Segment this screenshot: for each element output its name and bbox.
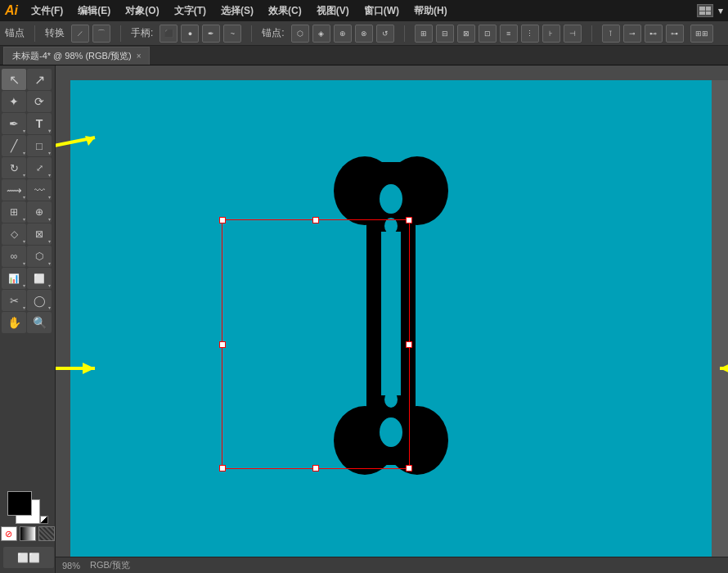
- arrow-indicator-top: [56, 129, 111, 170]
- handle-bl[interactable]: [219, 465, 226, 471]
- tab-close[interactable]: ×: [137, 52, 142, 61]
- menu-view[interactable]: 视图(V): [313, 2, 353, 20]
- free-transform-tool[interactable]: ⊞▾: [2, 201, 26, 223]
- scale-tool[interactable]: ⤢▾: [27, 157, 52, 178]
- symbol-tool[interactable]: ⬡▾: [27, 246, 52, 267]
- handle-label: 手柄:: [131, 26, 153, 40]
- left-toolbar: ↖ ↗ ✦ ⟳ ✒▾ T▾ ╱▾ □▾ ↻▾ ⤢▾ ⟿▾ 〰▾ ⊞▾ ⊕▾: [0, 65, 56, 573]
- mesh-tool[interactable]: ⊠▾: [27, 223, 52, 245]
- tool-row-3: ✒▾ T▾: [2, 113, 53, 134]
- menu-text[interactable]: 文字(T): [171, 2, 209, 20]
- warp-tool[interactable]: 〰▾: [27, 179, 52, 201]
- arrow-indicator-left: [56, 352, 111, 385]
- menu-edit[interactable]: 编辑(E): [74, 2, 114, 20]
- menu-effect[interactable]: 效果(C): [265, 2, 305, 20]
- svg-marker-19: [83, 363, 95, 374]
- distrib-btn-2[interactable]: ⊸: [623, 25, 641, 43]
- artboard-tool[interactable]: ⬜▾: [27, 268, 52, 289]
- svg-point-14: [384, 218, 398, 234]
- handle-ml[interactable]: [219, 341, 226, 348]
- bone-illustration: [260, 121, 522, 517]
- zoom-tool[interactable]: 🔍: [27, 312, 52, 333]
- title-bar: Ai 文件(F) 编辑(E) 对象(O) 文字(T) 选择(S) 效果(C) 视…: [0, 0, 728, 21]
- distrib-btn-3[interactable]: ⊷: [645, 25, 663, 43]
- eraser-tool[interactable]: ◯▾: [27, 290, 52, 311]
- slice-tool[interactable]: ✂▾: [2, 290, 26, 311]
- foreground-color-swatch[interactable]: [7, 491, 32, 516]
- none-color-btn[interactable]: ⊘: [1, 526, 17, 541]
- anchor-btn-2[interactable]: ◈: [312, 25, 330, 43]
- align-btn-8[interactable]: ⊣: [564, 25, 582, 43]
- swap-colors[interactable]: [40, 516, 48, 524]
- handle-btn-1[interactable]: ⬛: [160, 25, 178, 43]
- perspective-tool[interactable]: ◇▾: [2, 223, 26, 245]
- align-btn-2[interactable]: ⊟: [436, 25, 454, 43]
- type-tool[interactable]: T▾: [27, 113, 52, 134]
- anchor-btn-1[interactable]: ⬡: [291, 25, 309, 43]
- main-area: ↖ ↗ ✦ ⟳ ✒▾ T▾ ╱▾ □▾ ↻▾ ⤢▾ ⟿▾ 〰▾ ⊞▾ ⊕▾: [0, 65, 728, 573]
- selection-tool[interactable]: ↖: [2, 69, 26, 90]
- transform-btn-2[interactable]: ⌒: [92, 25, 110, 43]
- tool-row-9: ∞▾ ⬡▾: [2, 246, 53, 267]
- align-btn-4[interactable]: ⊡: [479, 25, 497, 43]
- blend-tool[interactable]: ∞▾: [2, 246, 26, 267]
- align-btn-3[interactable]: ⊠: [457, 25, 475, 43]
- tab-bar: 未标题-4* @ 98% (RGB/预览) ×: [0, 46, 728, 65]
- color-area: ⊘: [2, 488, 53, 544]
- pen-tool[interactable]: ✒▾: [2, 113, 26, 134]
- tool-row-2: ✦ ⟳: [2, 91, 53, 112]
- menu-bar[interactable]: 文件(F) 编辑(E) 对象(O) 文字(T) 选择(S) 效果(C) 视图(V…: [28, 2, 451, 20]
- menu-object[interactable]: 对象(O): [122, 2, 162, 20]
- tool-row-5: ↻▾ ⤢▾: [2, 157, 53, 178]
- width-tool[interactable]: ⟿▾: [2, 179, 26, 201]
- graph-tool[interactable]: 📊▾: [2, 268, 26, 289]
- gradient-btn[interactable]: [20, 526, 36, 541]
- svg-rect-0: [56, 65, 728, 80]
- rotate-tool[interactable]: ↻▾: [2, 157, 26, 178]
- change-screen-btn[interactable]: ⬜⬜: [3, 547, 54, 568]
- transform-btn-1[interactable]: ⟋: [71, 25, 89, 43]
- menu-window[interactable]: 窗口(W): [361, 2, 402, 20]
- canvas-area[interactable]: // rendered via JS below: [56, 65, 728, 573]
- transform-label: 转换: [45, 26, 65, 40]
- align-btn-7[interactable]: ⊦: [542, 25, 560, 43]
- svg-marker-21: [720, 363, 728, 374]
- shape-builder-tool[interactable]: ⊕▾: [27, 201, 52, 223]
- pattern-btn[interactable]: [38, 526, 55, 541]
- rectangle-tool[interactable]: □▾: [27, 135, 52, 156]
- handle-group: ⬛ ● ✒ ~: [160, 25, 241, 43]
- anchor-btn-3[interactable]: ⊕: [334, 25, 352, 43]
- distrib-btn-1[interactable]: ⊺: [602, 25, 620, 43]
- align-btn-6[interactable]: ⋮: [521, 25, 539, 43]
- bone-svg: [260, 121, 522, 514]
- bone-shape: [334, 156, 448, 475]
- menu-select[interactable]: 选择(S): [218, 2, 257, 20]
- magic-wand-tool[interactable]: ✦: [2, 91, 26, 112]
- menu-file[interactable]: 文件(F): [28, 2, 66, 20]
- distrib-btn-4[interactable]: ⊶: [666, 25, 684, 43]
- search-btn[interactable]: ▾: [718, 6, 723, 16]
- line-tool[interactable]: ╱▾: [2, 135, 26, 156]
- anchor-btn-4[interactable]: ⊗: [355, 25, 373, 43]
- tool-row-4: ╱▾ □▾: [2, 135, 53, 156]
- align-btn-5[interactable]: ≡: [500, 25, 518, 43]
- align-group: ⊞ ⊟ ⊠ ⊡ ≡ ⋮ ⊦ ⊣: [415, 25, 582, 43]
- top-toolbar: 锚点 转换 ⟋ ⌒ 手柄: ⬛ ● ✒ ~ 锚点: ⬡ ◈ ⊕ ⊗ ↺ ⊞ ⊟ …: [0, 21, 728, 46]
- tool-row-7: ⊞▾ ⊕▾: [2, 201, 53, 223]
- handle-btn-2[interactable]: ●: [181, 25, 199, 43]
- menu-help[interactable]: 帮助(H): [411, 2, 451, 20]
- align-btn-1[interactable]: ⊞: [415, 25, 433, 43]
- anchor-btn-5[interactable]: ↺: [376, 25, 394, 43]
- grid-btn[interactable]: ⊞⊞: [690, 25, 713, 43]
- handle-btn-4[interactable]: ~: [223, 25, 241, 43]
- svg-rect-12: [381, 232, 401, 395]
- color-swatches[interactable]: [7, 491, 48, 524]
- tab-title: 未标题-4* @ 98% (RGB/预览): [12, 50, 132, 62]
- direct-selection-tool[interactable]: ↗: [27, 69, 52, 90]
- handle-tl[interactable]: [219, 217, 226, 223]
- document-tab[interactable]: 未标题-4* @ 98% (RGB/预览) ×: [3, 47, 150, 65]
- hand-tool[interactable]: ✋: [2, 312, 26, 333]
- handle-btn-3[interactable]: ✒: [202, 25, 220, 43]
- workspace-switcher[interactable]: [697, 4, 713, 17]
- lasso-tool[interactable]: ⟳: [27, 91, 52, 112]
